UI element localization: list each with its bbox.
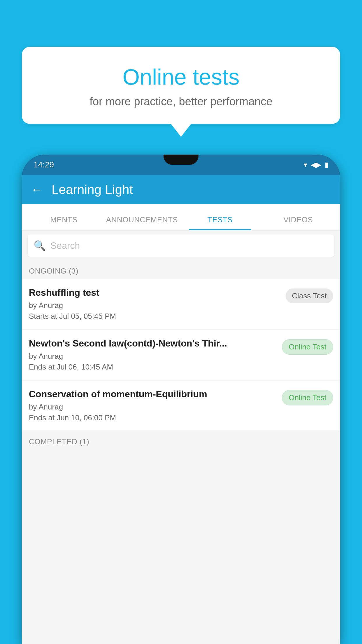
section-ongoing-header: ONGOING (3) (22, 261, 340, 279)
test-item[interactable]: Newton's Second law(contd)-Newton's Thir… (22, 330, 340, 380)
wifi-icon: ▾ (304, 161, 307, 169)
test-info: Conservation of momentum-Equilibrium by … (29, 389, 276, 422)
test-item[interactable]: Conservation of momentum-Equilibrium by … (22, 381, 340, 431)
tab-tests[interactable]: TESTS (181, 215, 259, 230)
status-bar: 14:29 ▾ ◀▶ ▮ (22, 155, 340, 175)
test-badge-class: Class Test (286, 288, 333, 303)
notch (164, 155, 198, 165)
speech-bubble: Online tests for more practice, better p… (22, 47, 340, 124)
status-icons: ▾ ◀▶ ▮ (304, 161, 328, 169)
search-placeholder: Search (50, 240, 80, 251)
test-by: by Anurag (29, 352, 276, 361)
tab-ments[interactable]: MENTS (25, 215, 103, 230)
back-button[interactable]: ← (31, 183, 43, 197)
test-time: Ends at Jun 10, 06:00 PM (29, 413, 276, 422)
app-bar: ← Learning Light (22, 175, 340, 204)
bubble-subtitle: for more practice, better performance (34, 95, 328, 108)
test-badge-online-2: Online Test (282, 390, 333, 405)
test-by: by Anurag (29, 301, 280, 310)
test-badge-online: Online Test (282, 339, 333, 355)
tab-videos[interactable]: VIDEOS (259, 215, 337, 230)
test-info: Reshuffling test by Anurag Starts at Jul… (29, 287, 280, 321)
signal-icon: ◀▶ (311, 161, 321, 169)
content-area: 🔍 Search ONGOING (3) Reshuffling test by… (22, 230, 340, 644)
phone-frame: 14:29 ▾ ◀▶ ▮ ← Learning Light MENTS ANNO… (22, 155, 340, 644)
bubble-title: Online tests (34, 64, 328, 90)
test-item[interactable]: Reshuffling test by Anurag Starts at Jul… (22, 279, 340, 329)
tab-announcements[interactable]: ANNOUNCEMENTS (103, 215, 181, 230)
search-icon: 🔍 (34, 240, 46, 251)
test-name: Reshuffling test (29, 287, 280, 298)
test-name: Newton's Second law(contd)-Newton's Thir… (29, 338, 276, 349)
app-title: Learning Light (52, 182, 133, 197)
section-completed-header: COMPLETED (1) (22, 431, 340, 450)
battery-icon: ▮ (325, 161, 328, 169)
test-info: Newton's Second law(contd)-Newton's Thir… (29, 338, 276, 372)
search-bar[interactable]: 🔍 Search (28, 235, 334, 257)
status-time: 14:29 (34, 160, 54, 169)
test-time: Starts at Jul 05, 05:45 PM (29, 312, 280, 321)
tabs-container: MENTS ANNOUNCEMENTS TESTS VIDEOS (22, 204, 340, 230)
test-by: by Anurag (29, 402, 276, 412)
test-time: Ends at Jul 06, 10:45 AM (29, 363, 276, 372)
test-name: Conservation of momentum-Equilibrium (29, 389, 276, 400)
